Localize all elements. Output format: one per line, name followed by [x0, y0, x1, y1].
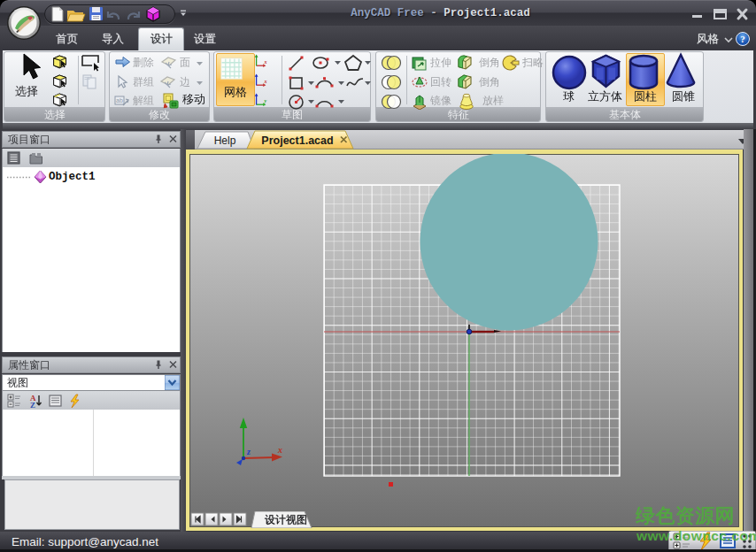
svg-text:ab: ab	[116, 97, 123, 104]
svg-text:Z: Z	[30, 401, 35, 409]
svg-text:y: y	[264, 98, 267, 104]
svg-text:x: x	[277, 445, 282, 455]
svg-text:Project1.acad: Project1.acad	[261, 134, 333, 147]
svg-text:Help: Help	[214, 134, 236, 147]
svg-text:z: z	[246, 447, 251, 456]
svg-text:x: x	[264, 59, 267, 65]
svg-text:x: x	[264, 79, 267, 84]
svg-text:?: ?	[740, 34, 745, 44]
